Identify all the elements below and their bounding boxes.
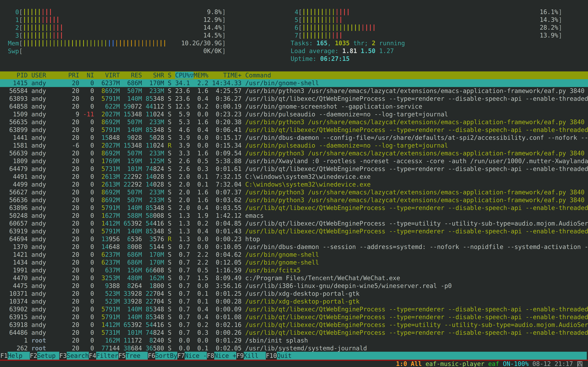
eaf-music-player-tab[interactable]: eaf-music-player — [425, 360, 488, 367]
table-row[interactable]: 63896 andy 20 0 5791M 140M 85348 S 2.0 0… — [0, 204, 588, 212]
workspace-indicator[interactable]: 1:0 All — [396, 360, 425, 367]
fkey-bar-fill — [299, 352, 587, 360]
table-row[interactable]: 56627 andy 20 0 8692M 507M 233M S 2.0 1.… — [0, 188, 588, 196]
meter-value: 28.2% — [540, 24, 558, 32]
table-row[interactable]: 64858 andy 20 0 622M 59072 44112 S 12.5 … — [0, 103, 588, 110]
meter-bar: 10.2G/30.9G — [23, 39, 222, 47]
fkey-sortby[interactable]: F6SortBy — [148, 352, 177, 360]
header-col-s[interactable]: S — [168, 72, 175, 79]
battery-indicator: ON-100% — [503, 360, 532, 367]
meter-ticks-o — [115, 40, 166, 47]
meter-ticks-b — [107, 40, 115, 47]
meter-label: 1 — [5, 16, 19, 23]
table-row[interactable]: 60657 andy 20 0 1412M 65392 54416 S 1.3 … — [0, 220, 588, 227]
meter-close-bracket: ] — [222, 40, 226, 47]
meter-close-bracket: ] — [558, 8, 562, 16]
table-row[interactable]: 10374 andy 20 0 523M 33928 22704 S 0.7 0… — [0, 298, 588, 305]
header-col-time[interactable]: TIME+ — [212, 72, 245, 79]
meter-open-bracket: [ — [19, 48, 23, 55]
header-col-mem[interactable]: MEM% — [194, 72, 212, 79]
table-row[interactable]: 56584 andy 20 0 8692M 507M 233M S 23.6 1… — [0, 87, 588, 95]
table-row[interactable]: 64486 andy 20 0 5731M 101M 74824 S 0.7 0… — [0, 329, 588, 337]
fkey-search[interactable]: F3Search — [59, 352, 89, 360]
load-average-segment: Load average: — [291, 47, 342, 54]
meter-3: 3[14.5%] — [5, 32, 226, 39]
table-row[interactable]: 4499 andy 20 0 2613M 22292 14028 S 2.0 0… — [0, 181, 588, 188]
table-row[interactable]: 262 root 20 0 77144 38684 36580 S 0.0 0.… — [0, 344, 588, 352]
fkey-filter[interactable]: F4Filter — [89, 352, 118, 360]
table-row[interactable]: 1 root 20 0 162M 11172 8240 S 0.0 0.0 0:… — [0, 337, 588, 344]
tasks-count-segment: 1035 — [335, 40, 350, 47]
clock: 08-12 21:17 — [532, 360, 577, 367]
table-row[interactable]: 56639 andy 20 0 8692M 507M 233M S 3.3 1.… — [0, 150, 588, 157]
table-row[interactable]: 1991 andy 20 0 637M 156M 66608 S 0.7 0.5… — [0, 266, 588, 274]
meter-5: 5[14.3%] — [287, 16, 562, 24]
header-col-command[interactable]: Command — [245, 72, 271, 79]
meter-close-bracket: ] — [222, 32, 226, 39]
table-row[interactable]: 64479 andy 20 0 5731M 101M 74824 S 2.6 0… — [0, 165, 588, 173]
header-col-pid[interactable]: PID — [2, 72, 31, 79]
table-row[interactable]: 1581 andy -6 0 2027M 15348 11024 R 3.9 0… — [0, 142, 588, 150]
fkey-label: Search — [67, 352, 89, 360]
meter-bar: 16.1% — [302, 8, 558, 16]
uptime: Uptime: 06:27:15 — [291, 55, 350, 63]
meter-0: 0[9.8%] — [5, 8, 226, 16]
meter-1: 1[12.9%] — [5, 16, 226, 24]
fkey-quit[interactable]: F10Quit — [266, 352, 299, 360]
table-row[interactable]: 63899 andy 20 0 5791M 140M 85348 S 4.6 0… — [0, 126, 588, 134]
tasks-count: Tasks: 165, 1035 thr; 2 running — [291, 39, 405, 47]
table-row[interactable]: 63893 andy 20 0 5791M 140M 85348 S 23.6 … — [0, 95, 588, 103]
tasks-count-segment: thr; — [350, 40, 372, 47]
header-col-shr[interactable]: SHR — [146, 72, 168, 79]
meter-bar: 14.3% — [302, 16, 558, 24]
fkey-tree[interactable]: F5Tree — [118, 352, 148, 360]
table-row[interactable]: 4470 andy 20 0 3253M 480M 162M S 0.7 1.5… — [0, 274, 588, 282]
eaf-tab[interactable]: eaf — [488, 360, 503, 367]
table-row-selected[interactable]: 1415 andy 20 0 6237M 686M 170M S 34.1 2.… — [0, 79, 588, 87]
table-row[interactable]: 63919 andy 20 0 5791M 140M 85348 S 1.3 0… — [0, 227, 588, 235]
table-row[interactable]: 63918 andy 20 0 1412M 65392 54416 S 0.7 … — [0, 321, 588, 329]
table-row[interactable]: 1809 andy 20 0 1769M 159M 125M S 2.6 0.5… — [0, 157, 588, 165]
header-col-user[interactable]: USER — [31, 72, 68, 79]
table-row[interactable]: 64694 andy 20 0 13956 6536 3576 R 1.3 0.… — [0, 235, 588, 243]
fkey-number: F1 — [0, 352, 8, 360]
meter-ticks-r — [335, 17, 343, 23]
header-col-ni[interactable]: NI — [83, 72, 98, 79]
fkey-nice--[interactable]: F7Nice - — [177, 352, 207, 360]
fkey-kill[interactable]: F9Kill — [236, 352, 266, 360]
fkey-label: Filter — [96, 352, 118, 360]
header-col-res[interactable]: RES — [124, 72, 146, 79]
table-row[interactable]: 1421 andy 20 0 6237M 686M 170M S 0.7 2.2… — [0, 251, 588, 259]
table-row[interactable]: 63915 andy 20 0 5791M 140M 85348 S 0.7 0… — [0, 313, 588, 321]
table-row[interactable]: 4491 andy 20 0 2613M 22292 14028 S 2.0 0… — [0, 173, 588, 181]
meter-label: 5 — [287, 16, 298, 23]
meter-bar: 13.9% — [302, 32, 558, 39]
meter-ticks-g — [302, 9, 335, 15]
fkey-label: Setup — [37, 352, 60, 360]
table-row[interactable]: 1370 andy 20 0 14648 8008 5144 S 0.7 0.0… — [0, 243, 588, 251]
meter-value: 12.9% — [203, 16, 222, 24]
fkey-setup[interactable]: F2Setup — [30, 352, 60, 360]
table-row[interactable]: 4475 andy 20 0 9388 8264 1800 S 0.7 0.0 … — [0, 282, 588, 290]
meter-open-bracket: [ — [298, 32, 302, 39]
meter-2: 2[14.4%] — [5, 24, 226, 32]
fkey-help[interactable]: F1Help — [0, 352, 30, 360]
meter-label: Mem — [5, 40, 19, 47]
header-col-virt[interactable]: VIRT — [98, 72, 124, 79]
weekday-indicator: 四 — [577, 360, 583, 367]
header-col-pri[interactable]: PRI — [68, 72, 83, 79]
meter-label: 6 — [287, 24, 298, 31]
table-row[interactable]: 10371 andy 20 0 523M 33928 22704 S 0.7 0… — [0, 290, 588, 298]
load-average-segment: 1.50 — [361, 47, 379, 54]
htop-terminal: 0[9.8%]1[12.9%]2[14.4%]3[14.5%]Mem[10.2G… — [0, 0, 588, 367]
table-row[interactable]: 1509 andy 9 -11 2027M 15348 11024 S 5.9 … — [0, 110, 588, 118]
meter-bar: 14.4% — [23, 24, 222, 32]
table-row[interactable]: 56636 andy 20 0 8692M 507M 233M S 2.0 1.… — [0, 196, 588, 204]
table-row[interactable]: 1434 andy 20 0 6237M 686M 170M S 0.7 2.2… — [0, 259, 588, 266]
table-row[interactable]: 63902 andy 20 0 5791M 140M 85348 S 0.7 0… — [0, 305, 588, 313]
header-col-cpu[interactable]: CPU%▽ — [175, 72, 194, 79]
table-row[interactable]: 1441 andy 20 0 15848 9028 5028 S 3.9 0.0… — [0, 134, 588, 142]
table-row[interactable]: 50248 andy 20 0 1627M 588M 58008 S 1.3 1… — [0, 212, 588, 220]
fkey-nice-+[interactable]: F8Nice + — [207, 352, 236, 360]
table-row[interactable]: 56635 andy 20 0 8692M 507M 233M S 5.3 1.… — [0, 118, 588, 126]
